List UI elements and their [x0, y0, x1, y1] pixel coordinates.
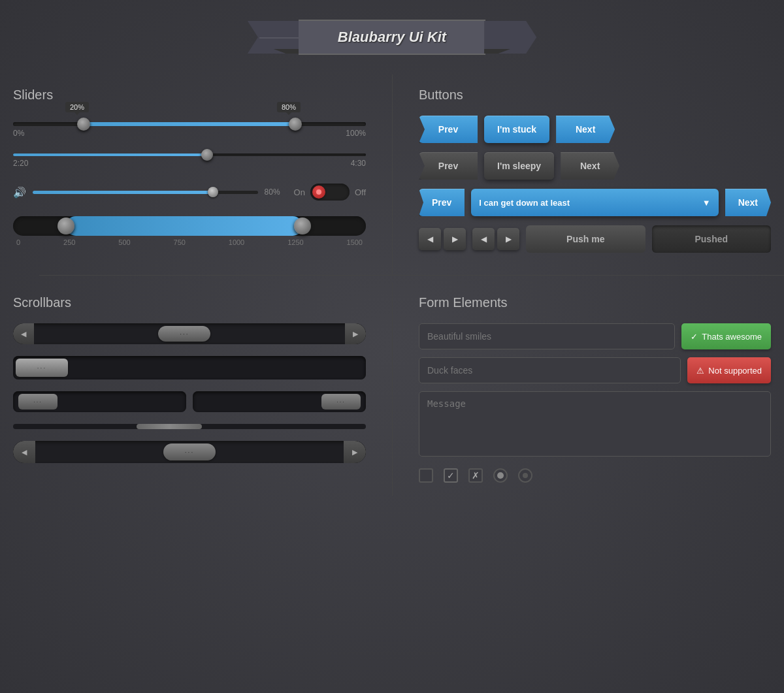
- scrollbar-h-2[interactable]: ···: [13, 356, 366, 379]
- sb-track-3: ···: [35, 443, 344, 460]
- dual-range-labels: 0% 100%: [13, 129, 366, 138]
- push-me-button[interactable]: Push me: [526, 225, 645, 253]
- toggle-switch[interactable]: [310, 184, 350, 201]
- prev-button-gray[interactable]: Prev: [419, 152, 478, 180]
- dropdown-button[interactable]: I can get down at least ▼: [471, 189, 718, 216]
- toggle-wrap: On Off: [294, 184, 366, 201]
- checkbox-checked[interactable]: ✓: [444, 468, 458, 483]
- next-button-blue-2[interactable]: Next: [725, 189, 771, 216]
- time-label-max: 4:30: [351, 159, 366, 168]
- dropdown-arrow-icon: ▼: [702, 198, 711, 208]
- dual-range-thumb-right[interactable]: 80%: [289, 118, 302, 131]
- btn-row-2: Prev I'm sleepy Next: [419, 152, 771, 180]
- sb-arrow-left-3[interactable]: ◀: [13, 441, 35, 463]
- time-label-min: 2:20: [13, 159, 28, 168]
- check-icon: ✓: [691, 332, 698, 342]
- form-input-smiles[interactable]: [419, 323, 675, 349]
- form-textarea[interactable]: [419, 391, 771, 457]
- sb-thumb-1[interactable]: ···: [158, 326, 210, 342]
- checkbox-empty[interactable]: [419, 468, 433, 483]
- vol-thumb[interactable]: [208, 187, 218, 197]
- checkbox-x[interactable]: ✗: [468, 468, 483, 483]
- sb-thumb-2[interactable]: ···: [16, 359, 68, 377]
- time-range-thumb[interactable]: [201, 149, 213, 161]
- stuck-button-blue[interactable]: I'm stuck: [484, 116, 549, 143]
- toggle-on-label: On: [294, 187, 305, 197]
- scrollbar-h-1[interactable]: ◀ ··· ▶: [13, 323, 366, 344]
- range-label-max: 100%: [346, 129, 366, 138]
- btn-row-1: Prev I'm stuck Next: [419, 116, 771, 143]
- multi-thumb-left[interactable]: [57, 218, 74, 234]
- toggle-dot: [316, 189, 321, 195]
- nav-next-1[interactable]: ▶: [444, 228, 466, 250]
- radio-empty[interactable]: [518, 468, 532, 483]
- slider-volume-toggle: 🔊 80% On Off: [13, 184, 366, 201]
- warning-icon: ⚠: [696, 366, 704, 376]
- sleepy-button-gray[interactable]: I'm sleepy: [484, 152, 554, 180]
- prev-button-blue-2[interactable]: Prev: [419, 189, 465, 216]
- sliders-section: Sliders 20% 80% 0% 100%: [0, 74, 392, 275]
- badge-error-text: Not supported: [708, 366, 762, 376]
- buttons-section: Buttons Prev I'm stuck Next Prev I'm sle…: [392, 74, 784, 275]
- prev-button-blue[interactable]: Prev: [419, 116, 478, 143]
- dual-range-container[interactable]: 20% 80% 0% 100%: [13, 122, 366, 138]
- btn-row-4: ◀ ▶ ◀ ▶ Push me Pushed: [419, 225, 771, 253]
- sb-arrow-right-1[interactable]: ▶: [345, 323, 366, 344]
- scrollbars-title: Scrollbars: [13, 295, 366, 310]
- multi-fill: [66, 216, 302, 236]
- scrollbar-2: ···: [13, 356, 366, 379]
- dropdown-label: I can get down at least: [479, 198, 570, 208]
- top-section: Sliders 20% 80% 0% 100%: [0, 74, 784, 275]
- btn-row-3: Prev I can get down at least ▼ Next: [419, 189, 771, 216]
- dual-range-track: 20% 80%: [13, 122, 366, 126]
- next-button-blue[interactable]: Next: [556, 116, 615, 143]
- sb-arrow-right-3[interactable]: ▶: [344, 441, 366, 463]
- multi-thumb-right[interactable]: [294, 218, 311, 234]
- sb-thumb-half-left[interactable]: ···: [18, 394, 57, 410]
- vol-fill: [33, 191, 213, 194]
- multi-track[interactable]: [13, 216, 366, 236]
- vol-pct-label: 80%: [265, 187, 287, 197]
- time-range-container[interactable]: 2:20 4:30: [13, 153, 366, 168]
- time-range-fill: [13, 153, 207, 156]
- toggle-off-label: Off: [355, 187, 366, 197]
- sliders-title: Sliders: [13, 88, 366, 103]
- form-title: Form Elements: [419, 295, 771, 310]
- sb-half-left[interactable]: ···: [13, 391, 186, 412]
- scrollbars-section: Scrollbars ◀ ··· ▶ ··· ···: [0, 282, 392, 496]
- form-controls-row: ✓ ✗: [419, 468, 771, 483]
- slider-dual-range: 20% 80% 0% 100%: [13, 122, 366, 138]
- nav-prev-2[interactable]: ◀: [472, 228, 495, 250]
- sb-arrow-left-1[interactable]: ◀: [13, 323, 34, 344]
- radio-filled[interactable]: [493, 468, 508, 483]
- sb-thumb-half-right[interactable]: ···: [321, 394, 361, 410]
- pushed-button[interactable]: Pushed: [652, 225, 772, 253]
- dual-range-thumb-left[interactable]: 20%: [77, 118, 90, 131]
- vol-row: 🔊 80% On Off: [13, 184, 366, 201]
- slider-multi: 0 250 500 750 1000 1250 1500: [13, 216, 366, 246]
- scrollbar-h-3[interactable]: ◀ ··· ▶: [13, 441, 366, 463]
- sb-thin-thumb[interactable]: [137, 424, 202, 429]
- multi-track-wrap: 0 250 500 750 1000 1250 1500: [13, 216, 366, 246]
- slider-time: 2:20 4:30: [13, 153, 366, 168]
- radio-inner: [523, 473, 528, 478]
- dual-range-fill: [84, 122, 295, 126]
- bottom-section: Scrollbars ◀ ··· ▶ ··· ···: [0, 276, 784, 496]
- sb-thin-track[interactable]: [13, 424, 366, 429]
- nav-group-1: ◀ ▶: [419, 228, 466, 250]
- scrollbar-1: ◀ ··· ▶: [13, 323, 366, 344]
- vol-track[interactable]: [33, 191, 258, 194]
- scrollbar-5: ◀ ··· ▶: [13, 441, 366, 463]
- nav-next-2[interactable]: ▶: [497, 228, 519, 250]
- sb-half-right[interactable]: ···: [193, 391, 366, 412]
- badge-success-text: Thats awesome: [702, 332, 762, 342]
- time-range-labels: 2:20 4:30: [13, 159, 366, 168]
- sb-thumb-3[interactable]: ···: [163, 443, 216, 460]
- nav-group-2: ◀ ▶: [472, 228, 519, 250]
- nav-prev-1[interactable]: ◀: [419, 228, 441, 250]
- form-input-duck[interactable]: [419, 357, 681, 383]
- sb-track-1: ···: [34, 323, 345, 344]
- buttons-title: Buttons: [419, 88, 771, 103]
- next-button-gray[interactable]: Next: [561, 152, 619, 180]
- scrollbar-3-pair: ··· ···: [13, 391, 366, 412]
